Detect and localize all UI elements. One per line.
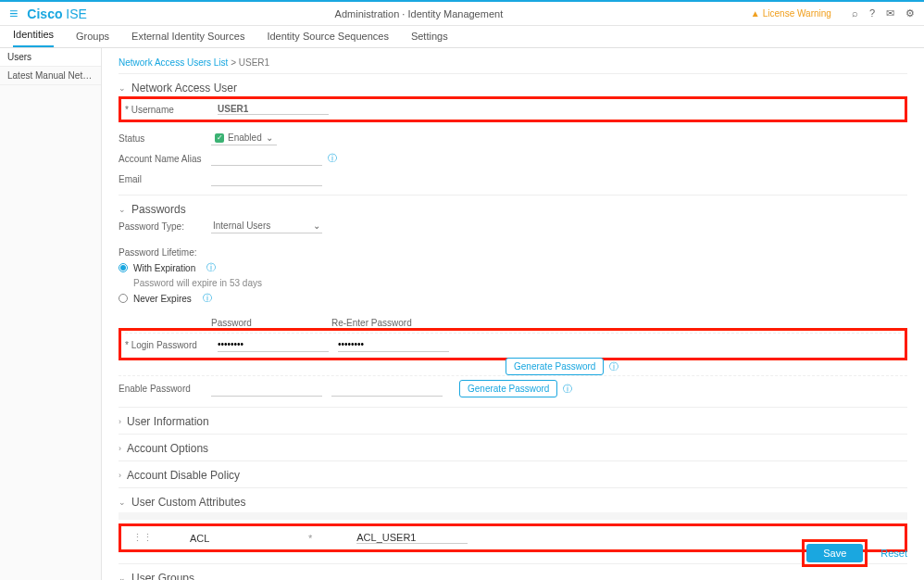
chevron-down-icon: ⌄: [119, 574, 126, 580]
sidebar-item-users[interactable]: Users: [0, 48, 101, 67]
col-reenter: Re-Enter Password: [331, 318, 452, 328]
chevron-right-icon: ›: [119, 444, 121, 453]
tab-external-sources[interactable]: External Identity Sources: [131, 31, 244, 47]
brand-logo: Cisco ISE: [27, 6, 87, 21]
chevron-down-icon: ⌄: [313, 221, 320, 231]
info-icon[interactable]: ⓘ: [563, 383, 572, 396]
username-value[interactable]: USER1: [218, 104, 329, 115]
attribute-name: ACL: [190, 533, 264, 544]
info-icon[interactable]: ⓘ: [609, 360, 618, 373]
account-alias-label: Account Name Alias: [119, 154, 211, 164]
help-icon[interactable]: ?: [869, 7, 875, 19]
tab-identities[interactable]: Identities: [13, 29, 54, 47]
drag-handle-icon[interactable]: ⋮⋮: [132, 532, 153, 544]
account-alias-input[interactable]: [211, 151, 322, 166]
section-account-options[interactable]: ›Account Options: [119, 442, 907, 455]
highlight-custom-attribute: ⋮⋮ ACL * ACL_USER1: [119, 523, 907, 552]
section-user-information[interactable]: ›User Information: [119, 415, 907, 428]
generate-login-password-button[interactable]: Generate Password: [506, 358, 604, 375]
status-label: Status: [119, 133, 211, 144]
chevron-down-icon: ⌄: [119, 205, 126, 214]
login-password-reenter[interactable]: [338, 337, 449, 352]
section-passwords[interactable]: ⌄Passwords: [119, 203, 907, 216]
search-icon[interactable]: ⌕: [852, 7, 858, 19]
generate-enable-password-button[interactable]: Generate Password: [459, 380, 557, 397]
username-label: * Username: [125, 105, 218, 115]
enable-password-reenter[interactable]: [331, 382, 443, 397]
info-icon[interactable]: ⓘ: [206, 261, 216, 274]
feedback-icon[interactable]: ✉: [886, 7, 894, 19]
breadcrumb-parent[interactable]: Network Access Users List: [119, 57, 228, 68]
page-title: Administration · Identity Management: [96, 8, 742, 19]
sidebar-item-latest-scan[interactable]: Latest Manual Network Scan Res…: [0, 67, 101, 85]
info-icon[interactable]: ⓘ: [328, 152, 337, 165]
breadcrumb: Network Access Users List > USER1: [119, 57, 907, 68]
login-password-label: * Login Password: [125, 340, 218, 350]
required-star: *: [308, 533, 312, 544]
section-user-groups[interactable]: ⌄User Groups: [119, 572, 907, 580]
enable-password-input[interactable]: [211, 382, 322, 397]
chevron-down-icon: ⌄: [119, 498, 126, 507]
section-network-access-user[interactable]: ⌄Network Access User: [119, 82, 907, 95]
menu-icon[interactable]: ≡: [9, 6, 18, 22]
chevron-down-icon: ⌄: [119, 83, 126, 93]
tab-settings[interactable]: Settings: [411, 31, 448, 47]
enable-password-label: Enable Password: [119, 384, 211, 394]
highlight-login-password: * Login Password: [119, 328, 907, 360]
reset-link[interactable]: Reset: [880, 548, 907, 559]
save-button[interactable]: Save: [806, 544, 863, 562]
col-password: Password: [211, 318, 331, 328]
section-user-custom-attributes[interactable]: ⌄User Custom Attributes: [119, 496, 907, 509]
email-input[interactable]: [211, 171, 322, 186]
chevron-right-icon: ›: [119, 471, 121, 480]
info-icon[interactable]: ⓘ: [203, 292, 212, 305]
tab-groups[interactable]: Groups: [76, 31, 109, 47]
password-lifetime-label: Password Lifetime:: [119, 246, 907, 259]
chevron-down-icon: ⌄: [266, 132, 273, 143]
highlight-save: Save: [802, 539, 868, 567]
password-expire-note: Password will expire in 53 days: [133, 276, 907, 290]
login-password-input[interactable]: [218, 337, 329, 352]
status-dropdown[interactable]: ✓Enabled ⌄: [211, 131, 277, 145]
password-type-label: Password Type:: [119, 221, 211, 232]
email-label: Email: [119, 174, 211, 184]
section-account-disable-policy[interactable]: ›Account Disable Policy: [119, 469, 907, 482]
settings-icon[interactable]: ⚙: [905, 7, 915, 19]
radio-never-expires[interactable]: [119, 294, 128, 303]
highlight-username: * Username USER1: [119, 96, 907, 122]
attribute-value[interactable]: ACL_USER1: [356, 532, 468, 544]
license-warning[interactable]: ▲ License Warning: [751, 8, 831, 19]
radio-with-expiration[interactable]: [119, 263, 128, 272]
chevron-right-icon: ›: [119, 417, 121, 426]
tab-id-sequences[interactable]: Identity Source Sequences: [267, 31, 388, 47]
password-type-select[interactable]: Internal Users ⌄: [211, 219, 322, 233]
attributes-header-bar: [119, 512, 907, 520]
